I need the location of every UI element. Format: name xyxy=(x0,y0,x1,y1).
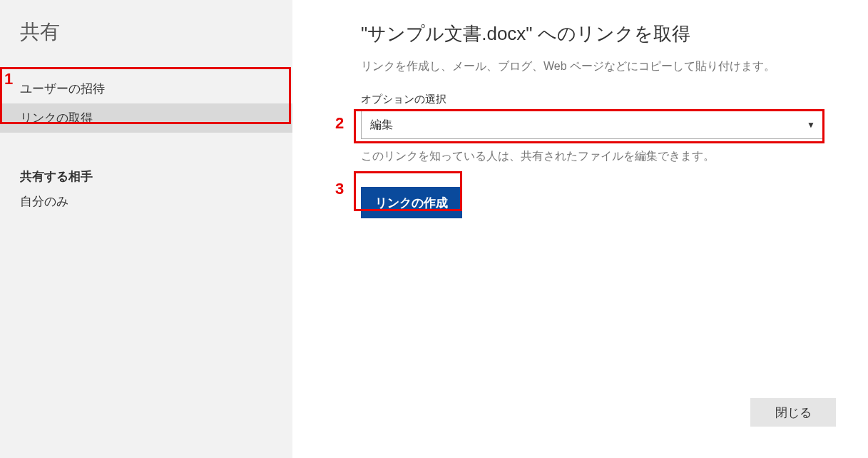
permission-select-value: 編集 xyxy=(370,118,393,133)
sidebar-item-get-link[interactable]: リンクの取得 xyxy=(0,103,292,133)
chevron-down-icon: ▼ xyxy=(807,120,815,130)
permission-select[interactable]: 編集 ▼ xyxy=(361,111,824,139)
sidebar-item-label: リンクの取得 xyxy=(20,111,93,125)
sidebar: 共有 ユーザーの招待 リンクの取得 共有する相手 自分のみ xyxy=(0,0,292,458)
option-label: オプションの選択 xyxy=(361,93,836,106)
main-panel: "サンプル文書.docx" へのリンクを取得 リンクを作成し、メール、ブログ、W… xyxy=(292,0,868,458)
sidebar-item-invite-users[interactable]: ユーザーの招待 xyxy=(0,74,292,103)
sidebar-item-label: ユーザーの招待 xyxy=(20,82,105,96)
sidebar-group-label: 共有する相手 xyxy=(0,168,292,185)
callout-number-1: 1 xyxy=(4,70,13,88)
page-title: "サンプル文書.docx" へのリンクを取得 xyxy=(361,21,836,46)
sidebar-title: 共有 xyxy=(0,19,292,46)
callout-number-2: 2 xyxy=(335,114,344,133)
sidebar-share-target: 自分のみ xyxy=(0,193,292,210)
close-button[interactable]: 閉じる xyxy=(750,398,836,427)
permission-description: このリンクを知っている人は、共有されたファイルを編集できます。 xyxy=(361,149,836,164)
callout-number-3: 3 xyxy=(335,180,344,198)
create-link-button[interactable]: リンクの作成 xyxy=(361,187,462,218)
page-description: リンクを作成し、メール、ブログ、Web ページなどにコピーして貼り付けます。 xyxy=(361,59,836,74)
